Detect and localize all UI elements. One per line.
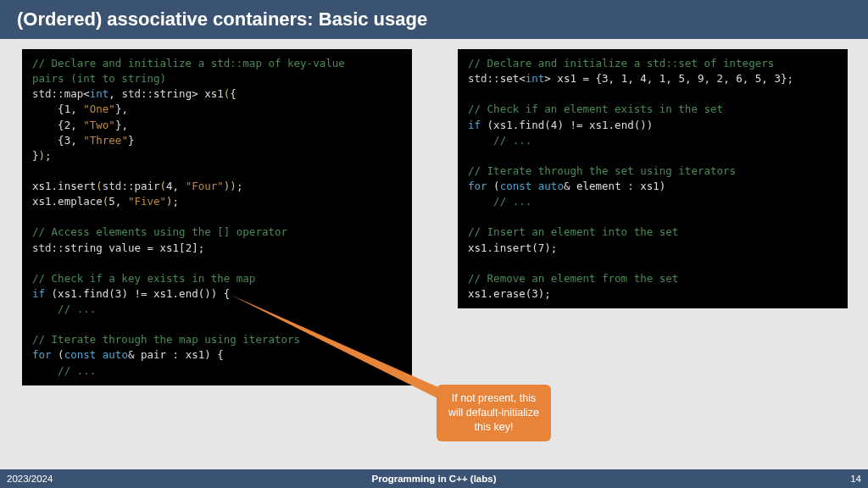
code-block-set: // Declare and initialize a std::set of … [458, 49, 848, 308]
code-line: xs1.emplace(5, "Five"); [32, 195, 179, 208]
slide-title: (Ordered) associative containers: Basic … [0, 0, 868, 39]
code-line: // Iterate through the set using iterato… [468, 164, 736, 177]
code-line: xs1.erase(3); [468, 287, 551, 300]
code-line: if (xs1.find(3) != xs1.end()) { [32, 287, 230, 300]
code-line: xs1.insert(7); [468, 241, 557, 254]
code-block-map: // Declare and initialize a std::map of … [22, 49, 412, 385]
footer-bar: 2023/2024 Programming in C++ (labs) 14 [0, 469, 868, 488]
code-line: // Check if an element exists in the set [468, 103, 723, 115]
code-line: {2, "Two"}, [32, 119, 128, 131]
code-line: {1, "One"}, [32, 103, 128, 115]
code-line: for (const auto& pair : xs1) { [32, 348, 224, 361]
code-line: {3, "Three"} [32, 134, 134, 147]
code-line: // ... [468, 134, 531, 147]
callout-box: If not present, this will default-initia… [437, 385, 551, 441]
code-line: if (xs1.find(4) != xs1.end()) [468, 119, 653, 131]
code-line: // Declare and initialize a std::set of … [468, 57, 774, 69]
code-line: std::string value = xs1[2]; [32, 241, 204, 254]
footer-title: Programming in C++ (labs) [0, 474, 868, 484]
slide-content: // Declare and initialize a std::map of … [0, 39, 868, 396]
code-line: // ... [32, 364, 96, 377]
footer-year: 2023/2024 [7, 474, 53, 484]
code-line: // ... [32, 302, 96, 315]
slide: (Ordered) associative containers: Basic … [0, 0, 868, 488]
code-line: pairs (int to string) [32, 72, 166, 85]
code-line: // Remove an element from the set [468, 272, 678, 285]
code-line: }); [32, 149, 52, 162]
callout-text: this key! [475, 421, 514, 433]
code-line: // ... [468, 195, 531, 208]
footer-page: 14 [850, 474, 861, 484]
code-line: // Check if a key exists in the map [32, 272, 255, 285]
code-line: // Insert an element into the set [468, 225, 678, 238]
code-line: for (const auto& element : xs1) [468, 180, 665, 192]
callout-text: will default-initialize [448, 407, 539, 419]
callout-text: If not present, this [452, 392, 536, 404]
code-line: // Access elements using the [] operator [32, 225, 287, 238]
code-line: xs1.insert(std::pair(4, "Four")); [32, 180, 242, 192]
code-line: // Iterate through the map using iterato… [32, 333, 300, 346]
code-line: std::map<int, std::string> xs1({ [32, 87, 236, 100]
code-line: std::set<int> xs1 = {3, 1, 4, 1, 5, 9, 2… [468, 72, 793, 85]
code-line: // Declare and initialize a std::map of … [32, 57, 345, 69]
